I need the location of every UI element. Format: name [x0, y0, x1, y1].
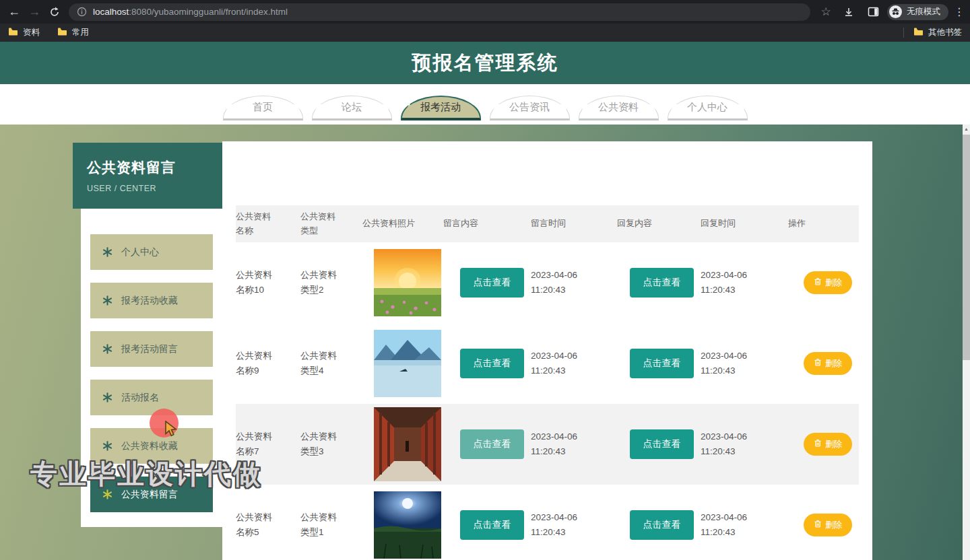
view-reply-button[interactable]: 点击查看	[630, 510, 694, 540]
column-header-4: 留言时间	[531, 217, 617, 230]
tab-0[interactable]: 首页	[223, 96, 303, 120]
cursor-pointer-icon	[164, 421, 177, 440]
reload-icon[interactable]	[44, 2, 65, 22]
resource-name: 公共资料 名称7	[236, 429, 300, 460]
actions-cell: 删除	[788, 433, 859, 456]
delete-button[interactable]: 删除	[804, 271, 852, 294]
trash-icon	[814, 520, 822, 530]
trash-icon	[814, 439, 822, 450]
column-header-3: 留言内容	[443, 217, 531, 230]
delete-button[interactable]: 删除	[804, 514, 852, 536]
view-reply-button[interactable]: 点击查看	[630, 268, 694, 298]
message-cell: 点击查看	[443, 429, 531, 459]
resource-type: 公共资料 类型3	[300, 429, 362, 460]
trash-icon	[814, 277, 822, 288]
delete-button-label: 删除	[825, 439, 842, 450]
delete-button-label: 删除	[825, 277, 842, 289]
table-row: 公共资料 名称5公共资料 类型1点击查看2023-04-06 11:20:43点…	[236, 485, 859, 560]
forward-icon[interactable]: →	[24, 2, 44, 22]
bookmarks-separator	[903, 28, 904, 38]
view-message-button[interactable]: 点击查看	[460, 510, 524, 540]
messages-table: 公共资料 名称公共资料 类型公共资料照片留言内容留言时间回复内容回复时间操作 公…	[236, 205, 859, 560]
photo-cell	[362, 249, 443, 316]
sidebar-item-0[interactable]: 个人中心	[90, 234, 213, 270]
sidebar-item-label: 活动报名	[121, 392, 159, 404]
column-header-5: 回复内容	[617, 217, 701, 230]
reply-cell: 点击查看	[617, 510, 701, 540]
column-header-2: 公共资料照片	[362, 217, 443, 230]
bookmark-folder-changyong[interactable]: 常用	[57, 27, 89, 38]
incognito-badge: 无痕模式	[887, 4, 948, 20]
watermark-text: 专业毕业设计代做	[30, 456, 262, 493]
tab-5[interactable]: 个人中心	[668, 96, 748, 120]
folder-icon	[8, 28, 18, 38]
browser-menu-icon[interactable]: ⋮	[952, 5, 966, 18]
asterisk-icon	[102, 344, 112, 354]
message-time: 2023-04-06 11:20:43	[531, 429, 617, 460]
bookmark-folder-ziliao[interactable]: 资料	[8, 27, 40, 38]
tab-1[interactable]: 论坛	[312, 96, 392, 120]
tab-4[interactable]: 公共资料	[579, 96, 659, 120]
resource-name: 公共资料 名称10	[236, 268, 300, 298]
photo-cell	[362, 330, 443, 397]
delete-button-label: 删除	[825, 358, 842, 370]
moonlit-field-photo	[374, 491, 441, 559]
asterisk-icon	[102, 247, 112, 257]
tab-2[interactable]: 报考活动	[401, 96, 481, 120]
view-reply-button[interactable]: 点击查看	[630, 349, 694, 378]
delete-button[interactable]: 删除	[804, 433, 852, 456]
tab-label: 公告资讯	[509, 101, 550, 114]
tab-label: 公共资料	[598, 101, 639, 114]
table-row: 公共资料 名称10公共资料 类型2点击查看2023-04-06 11:20:43…	[236, 242, 859, 323]
resource-type: 公共资料 类型2	[300, 268, 362, 298]
resource-type: 公共资料 类型1	[300, 510, 362, 540]
sidebar-item-label: 报考活动留言	[121, 343, 178, 355]
column-header-0: 公共资料 名称	[236, 210, 300, 237]
reply-cell: 点击查看	[617, 429, 701, 459]
back-icon[interactable]: ←	[4, 2, 24, 22]
scrollbar-track[interactable]: ▲	[963, 125, 970, 560]
tab-3[interactable]: 公告资讯	[490, 96, 570, 120]
site-info-icon[interactable]	[77, 7, 87, 17]
bookmark-star-icon[interactable]: ☆	[817, 5, 835, 19]
other-bookmarks[interactable]: 其他书签	[913, 27, 962, 38]
reply-time: 2023-04-06 11:20:43	[701, 349, 788, 379]
scrollbar-thumb[interactable]	[963, 135, 970, 360]
browser-toolbar: ← → localhost:8080/yubaomingguanli/front…	[0, 0, 970, 42]
app-header: 预报名管理系统	[0, 42, 970, 84]
tab-label: 首页	[253, 101, 273, 114]
message-cell: 点击查看	[443, 510, 531, 540]
message-time: 2023-04-06 11:20:43	[531, 510, 617, 540]
delete-button[interactable]: 删除	[804, 352, 852, 375]
message-time: 2023-04-06 11:20:43	[531, 349, 617, 379]
side-panel-icon[interactable]	[863, 2, 883, 22]
asterisk-icon	[102, 392, 112, 403]
reply-cell: 点击查看	[617, 268, 701, 298]
sidebar-item-2[interactable]: 报考活动留言	[90, 331, 213, 367]
tab-label: 报考活动	[420, 101, 461, 114]
message-time: 2023-04-06 11:20:43	[531, 268, 617, 298]
reply-time: 2023-04-06 11:20:43	[701, 429, 788, 460]
sidebar-item-label: 公共资料收藏	[121, 440, 178, 452]
photo-cell	[362, 491, 443, 559]
sidebar-item-3[interactable]: 活动报名	[90, 380, 213, 415]
actions-cell: 删除	[788, 514, 859, 536]
page-title: 预报名管理系统	[412, 50, 558, 77]
folder-icon	[57, 28, 67, 38]
view-message-button[interactable]: 点击查看	[460, 429, 524, 459]
sidebar-item-1[interactable]: 报考活动收藏	[90, 283, 213, 318]
view-message-button[interactable]: 点击查看	[460, 349, 524, 378]
sidebar-item-label: 报考活动收藏	[121, 295, 178, 307]
scroll-up-icon[interactable]: ▲	[963, 125, 970, 133]
view-message-button[interactable]: 点击查看	[460, 268, 524, 298]
message-cell: 点击查看	[443, 268, 531, 298]
sidebar-item-label: 个人中心	[121, 246, 159, 258]
table-row: 公共资料 名称7公共资料 类型3点击查看2023-04-06 11:20:43点…	[236, 404, 859, 485]
reply-cell: 点击查看	[617, 349, 701, 378]
sidebar-subtitle: USER / CENTER	[87, 184, 222, 193]
url-bar[interactable]: localhost:8080/yubaomingguanli/front/ind…	[69, 3, 810, 21]
download-icon[interactable]	[839, 2, 859, 22]
photo-cell	[362, 407, 443, 481]
view-reply-button[interactable]: 点击查看	[630, 429, 694, 459]
reply-time: 2023-04-06 11:20:43	[701, 510, 788, 540]
